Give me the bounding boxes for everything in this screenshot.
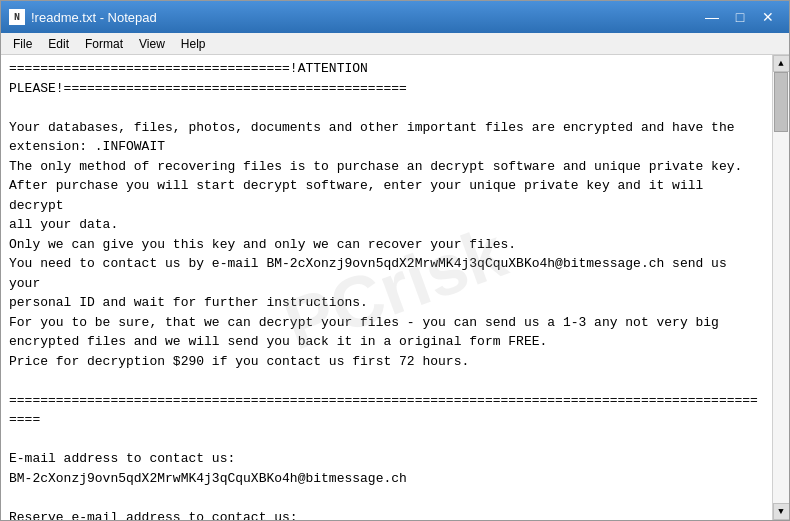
title-bar-left: N !readme.txt - Notepad [9, 9, 157, 25]
vertical-scrollbar[interactable]: ▲ ▼ [772, 55, 789, 520]
minimize-button[interactable]: — [699, 7, 725, 27]
menu-format[interactable]: Format [77, 33, 131, 54]
app-icon: N [9, 9, 25, 25]
close-button[interactable]: ✕ [755, 7, 781, 27]
scrollbar-thumb[interactable] [774, 72, 788, 132]
scroll-down-arrow[interactable]: ▼ [773, 503, 790, 520]
menu-edit[interactable]: Edit [40, 33, 77, 54]
scrollbar-track[interactable] [773, 72, 789, 503]
text-editor[interactable]: ====================================!ATT… [1, 55, 772, 520]
menu-view[interactable]: View [131, 33, 173, 54]
menu-file[interactable]: File [5, 33, 40, 54]
content-area: ====================================!ATT… [1, 55, 789, 520]
window-title: !readme.txt - Notepad [31, 10, 157, 25]
title-bar-controls: — □ ✕ [699, 7, 781, 27]
menu-help[interactable]: Help [173, 33, 214, 54]
maximize-button[interactable]: □ [727, 7, 753, 27]
title-bar: N !readme.txt - Notepad — □ ✕ [1, 1, 789, 33]
scroll-up-arrow[interactable]: ▲ [773, 55, 790, 72]
menu-bar: File Edit Format View Help [1, 33, 789, 55]
notepad-window: N !readme.txt - Notepad — □ ✕ File Edit … [0, 0, 790, 521]
